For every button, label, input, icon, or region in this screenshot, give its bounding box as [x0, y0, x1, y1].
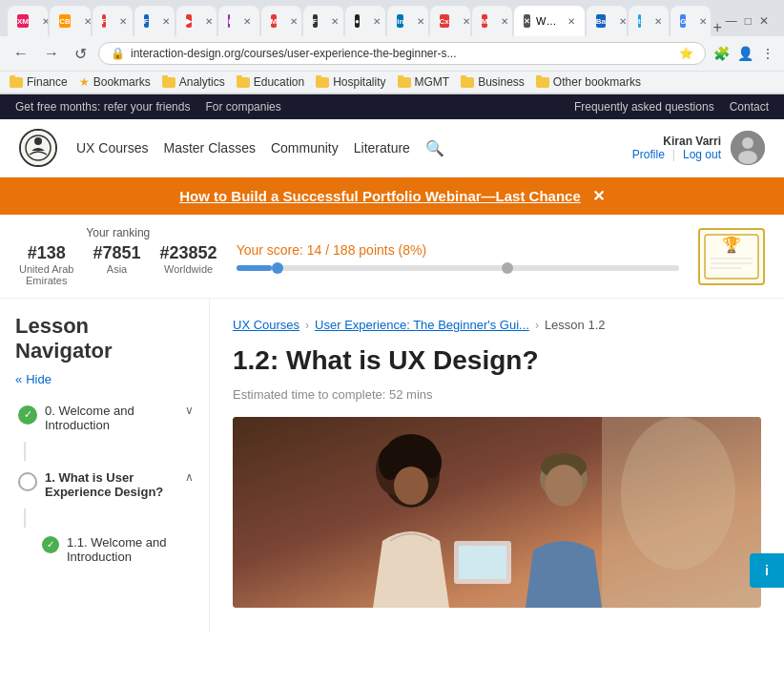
browser-nav-icons: 🧩 👤 ⋮: [713, 46, 774, 61]
browser-tab-0[interactable]: XM ✕: [8, 6, 48, 36]
bookmark-business[interactable]: Business: [461, 75, 525, 89]
browser-tab-15[interactable]: G ✕: [671, 6, 711, 36]
user-links: Profile | Log out: [632, 148, 721, 161]
ranking-numbers: #138 United Arab Emirates #7851 Asia #23…: [19, 243, 217, 286]
top-bar-left: Get free months: refer your friends For …: [15, 100, 281, 114]
rank-asia-number: #7851: [93, 243, 140, 263]
info-icon: i: [765, 563, 769, 578]
browser-tab-2[interactable]: F ✕: [93, 6, 133, 36]
bookmark-other-bookmarks[interactable]: Other bookmarks: [536, 75, 641, 89]
browser-tab-12[interactable]: ✕ WhatsApp ✕: [514, 6, 585, 36]
breadcrumb-sep-2: ›: [535, 319, 539, 332]
site-logo[interactable]: [19, 129, 57, 167]
svg-text:🏆: 🏆: [722, 236, 741, 254]
lesson-title: 1.2: What is UX Design?: [233, 343, 761, 378]
ranking-label: Your ranking: [86, 226, 150, 239]
lesson-1-label: 1. What is User Experience Design?: [45, 470, 177, 499]
extensions-icon[interactable]: 🧩: [713, 46, 730, 61]
site-header: UX Courses Master Classes Community Lite…: [0, 119, 784, 177]
contact-link[interactable]: Contact: [730, 100, 769, 114]
browser-chrome: XM ✕ CB ✕ F ✕ F ✕ ▶ ✕ i ✕ M ✕ F ✕ ● ✕ in…: [0, 0, 784, 94]
cert-badge: ★ 🏆: [698, 228, 765, 285]
bookmark-mgmt[interactable]: MGMT: [398, 75, 450, 89]
browser-tab-9[interactable]: in ✕: [387, 6, 427, 36]
user-name: Kiran Varri: [632, 135, 721, 148]
svg-point-24: [621, 417, 735, 570]
svg-point-16: [423, 447, 442, 478]
new-tab-button[interactable]: +: [712, 19, 721, 36]
breadcrumb-ux-courses[interactable]: UX Courses: [233, 318, 299, 332]
bookmark-finance[interactable]: Finance: [10, 75, 68, 89]
site-nav: UX Courses Master Classes Community Lite…: [76, 139, 613, 157]
refer-friends-link[interactable]: Get free months: refer your friends: [15, 100, 190, 114]
browser-tab-13[interactable]: Ba ✕: [587, 6, 627, 36]
profile-icon[interactable]: 👤: [737, 46, 753, 61]
browser-tab-1[interactable]: CB ✕: [50, 6, 90, 36]
refresh-button[interactable]: ↺: [71, 43, 91, 65]
back-button[interactable]: ←: [10, 43, 32, 64]
tab-bar: XM ✕ CB ✕ F ✕ F ✕ ▶ ✕ i ✕ M ✕ F ✕ ● ✕ in…: [0, 0, 784, 36]
rank-uae: #138 United Arab Emirates: [19, 243, 73, 286]
main-layout: Lesson Navigator « Hide ✓ 0. Welcome and…: [0, 299, 784, 633]
nav-community[interactable]: Community: [271, 140, 339, 156]
bookmark-analytics[interactable]: Analytics: [162, 75, 225, 89]
float-action-button[interactable]: i: [750, 553, 784, 588]
rank-world: #23852 Worldwide: [160, 243, 217, 286]
logout-link[interactable]: Log out: [683, 148, 721, 161]
address-bar[interactable]: 🔒 interaction-design.org/courses/user-ex…: [98, 42, 706, 65]
sub-lesson-1-1-label: 1.1. Welcome and Introduction: [67, 535, 194, 564]
score-section: Your score: 14 / 188 points (8%): [237, 242, 679, 271]
lesson-item-1[interactable]: 1. What is User Experience Design? ∧: [0, 461, 209, 509]
bookmark-hospitality[interactable]: Hospitality: [316, 75, 385, 89]
browser-tab-11[interactable]: M ✕: [472, 6, 512, 36]
lesson-1-expand-icon[interactable]: ∧: [185, 470, 194, 484]
window-controls: — □ ✕: [726, 14, 776, 28]
hide-label: Hide: [26, 372, 52, 386]
sub-lesson-1-1[interactable]: ✓ 1.1. Welcome and Introduction: [0, 528, 209, 571]
content-area: UX Courses › User Experience: The Beginn…: [210, 299, 784, 633]
nav-ux-courses[interactable]: UX Courses: [76, 140, 148, 156]
rank-world-number: #23852: [160, 243, 217, 263]
lesson-item-0[interactable]: ✓ 0. Welcome and Introduction ∨: [0, 394, 209, 442]
promo-close-button[interactable]: ✕: [592, 187, 605, 205]
profile-link[interactable]: Profile: [632, 148, 665, 161]
lesson-navigator-sidebar: Lesson Navigator « Hide ✓ 0. Welcome and…: [0, 299, 210, 633]
progress-dot2: [502, 262, 513, 274]
user-info: Kiran Varri Profile | Log out: [632, 135, 721, 161]
progress-bar: [237, 265, 679, 271]
browser-tab-10[interactable]: Cx ✕: [430, 6, 470, 36]
search-icon[interactable]: 🔍: [425, 139, 444, 157]
avatar: [731, 131, 765, 165]
maximize-icon[interactable]: □: [745, 14, 752, 28]
top-bar-right: Frequently asked questions Contact: [574, 100, 769, 114]
breadcrumb-sep-1: ›: [305, 319, 309, 332]
hide-button[interactable]: « Hide: [0, 364, 209, 394]
time-estimate: Estimated time to complete: 52 mins: [233, 387, 761, 402]
browser-tab-7[interactable]: F ✕: [303, 6, 343, 36]
browser-tab-14[interactable]: t ✕: [629, 6, 669, 36]
breadcrumb-course[interactable]: User Experience: The Beginner's Gui...: [315, 318, 529, 332]
minimize-icon[interactable]: —: [726, 14, 737, 28]
browser-tab-6[interactable]: M ✕: [261, 6, 301, 36]
forward-button[interactable]: →: [40, 43, 63, 64]
promo-text[interactable]: How to Build a Successful Portfolio Webi…: [179, 188, 581, 204]
bookmark-bookmarks[interactable]: ★Bookmarks: [79, 75, 151, 89]
promo-banner: How to Build a Successful Portfolio Webi…: [0, 177, 784, 215]
close-icon[interactable]: ✕: [759, 14, 769, 28]
nav-master-classes[interactable]: Master Classes: [163, 140, 255, 156]
browser-tab-5[interactable]: i ✕: [218, 6, 258, 36]
browser-tab-3[interactable]: F ✕: [134, 6, 175, 36]
svg-point-3: [742, 137, 753, 149]
bookmark-education[interactable]: Education: [237, 75, 304, 89]
for-companies-link[interactable]: For companies: [205, 100, 280, 114]
menu-icon[interactable]: ⋮: [761, 46, 774, 61]
lesson-0-circle: ✓: [18, 405, 37, 425]
faq-link[interactable]: Frequently asked questions: [574, 100, 714, 114]
breadcrumb: UX Courses › User Experience: The Beginn…: [233, 318, 761, 332]
rank-uae-label: United Arab Emirates: [19, 263, 73, 286]
lesson-0-expand-icon[interactable]: ∨: [185, 404, 194, 417]
browser-tab-8[interactable]: ● ✕: [345, 6, 385, 36]
svg-point-1: [34, 137, 42, 145]
nav-literature[interactable]: Literature: [354, 140, 410, 156]
browser-tab-4[interactable]: ▶ ✕: [176, 6, 217, 36]
